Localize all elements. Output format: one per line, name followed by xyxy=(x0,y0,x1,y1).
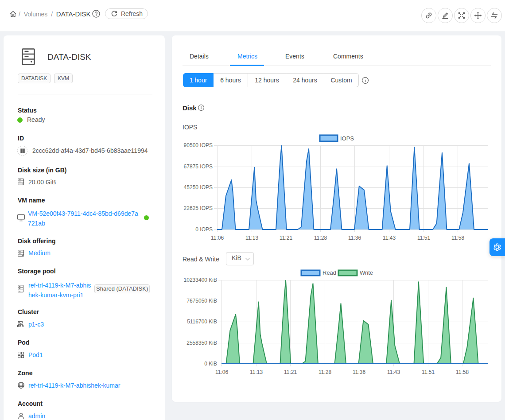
svg-text:90500 IOPS: 90500 IOPS xyxy=(184,142,213,148)
svg-text:11:21: 11:21 xyxy=(280,235,292,241)
svg-text:Read: Read xyxy=(322,269,336,276)
svg-text:11:43: 11:43 xyxy=(387,369,400,375)
svg-text:11:43: 11:43 xyxy=(383,235,396,241)
svg-text:11:58: 11:58 xyxy=(451,235,464,241)
svg-text:45250 IOPS: 45250 IOPS xyxy=(184,184,213,191)
svg-text:0 IOPS: 0 IOPS xyxy=(195,226,213,233)
svg-text:5116700 KiB: 5116700 KiB xyxy=(187,319,217,325)
svg-text:11:06: 11:06 xyxy=(211,235,224,241)
svg-text:7675050 KiB: 7675050 KiB xyxy=(186,298,217,304)
svg-text:11:13: 11:13 xyxy=(250,369,263,375)
svg-text:22625 IOPS: 22625 IOPS xyxy=(184,205,213,211)
svg-text:2558350 KiB: 2558350 KiB xyxy=(186,340,217,346)
svg-text:11:51: 11:51 xyxy=(417,235,430,241)
svg-text:11:28: 11:28 xyxy=(314,235,327,241)
svg-text:11:13: 11:13 xyxy=(245,235,258,241)
svg-text:67875 IOPS: 67875 IOPS xyxy=(184,163,213,170)
svg-text:11:36: 11:36 xyxy=(353,369,365,375)
svg-text:11:51: 11:51 xyxy=(422,369,435,375)
svg-text:11:58: 11:58 xyxy=(456,369,469,375)
svg-text:0 KiB: 0 KiB xyxy=(204,361,217,367)
svg-text:IOPS: IOPS xyxy=(340,135,354,142)
svg-text:11:36: 11:36 xyxy=(348,235,361,241)
svg-text:11:06: 11:06 xyxy=(215,369,228,375)
svg-text:Write: Write xyxy=(360,269,373,276)
svg-text:10233400 KiB: 10233400 KiB xyxy=(184,277,217,283)
svg-text:11:28: 11:28 xyxy=(319,369,331,375)
svg-text:11:21: 11:21 xyxy=(284,369,297,375)
